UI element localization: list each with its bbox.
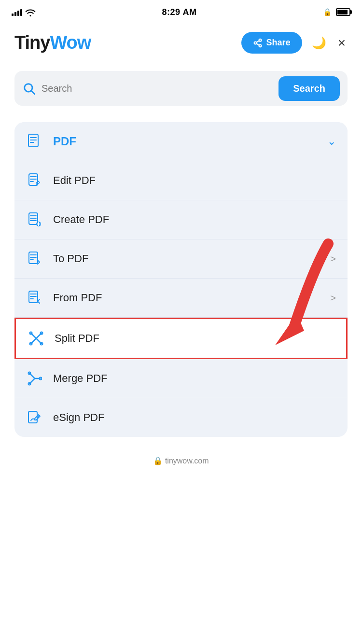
create-pdf-icon [26,211,43,228]
moon-icon: 🌙 [312,36,326,49]
pdf-icon [26,133,43,150]
share-button[interactable]: Share [241,32,302,54]
from-pdf-chevron-icon: > [330,293,336,304]
from-pdf-icon [26,289,43,307]
header-actions: Share 🌙 × [241,32,348,54]
edit-pdf-icon [26,172,43,189]
split-pdf-icon [28,330,45,347]
status-bar: 8:29 AM 🔒 [0,0,362,24]
to-pdf-icon [26,250,43,267]
menu-item-create-pdf[interactable]: Create PDF [14,200,348,239]
search-button[interactable]: Search [278,76,340,101]
to-pdf-chevron-icon: > [330,253,336,265]
signal-icon [12,8,22,16]
svg-rect-15 [29,213,38,224]
dark-mode-button[interactable]: 🌙 [310,34,328,52]
menu-card: PDF ⌄ Edit PDF [14,122,348,437]
search-input[interactable] [42,83,273,94]
esign-pdf-icon [26,409,43,426]
logo-wow: Wow [50,32,91,53]
svg-line-3 [256,43,259,45]
pdf-label: PDF [53,135,327,148]
esign-pdf-label: eSign PDF [53,411,336,424]
menu-item-edit-pdf[interactable]: Edit PDF [14,161,348,200]
status-time: 8:29 AM [162,7,197,17]
menu-item-merge-pdf[interactable]: Merge PDF [14,359,348,398]
menu-item-to-pdf[interactable]: To PDF > [14,239,348,279]
lock-status-icon: 🔒 [323,8,332,16]
logo: TinyWow [14,32,91,53]
wifi-icon [25,7,36,17]
search-button-label: Search [293,83,325,94]
merge-pdf-label: Merge PDF [53,372,336,385]
svg-rect-26 [29,291,38,303]
close-button[interactable]: × [336,34,348,52]
search-icon [22,82,36,95]
from-pdf-label: From PDF [53,292,326,304]
footer: 🔒 tinywow.com [0,448,362,473]
status-bar-left [12,7,36,17]
menu-item-esign-pdf[interactable]: eSign PDF [14,398,348,437]
footer-url: tinywow.com [165,457,209,465]
header: TinyWow Share 🌙 × [0,24,362,61]
close-icon: × [338,35,346,50]
logo-tiny: Tiny [14,32,50,53]
search-section: Search [0,61,362,111]
share-label: Share [266,38,291,48]
svg-rect-22 [29,252,38,264]
battery-icon [336,8,350,16]
chevron-down-icon: ⌄ [327,135,336,148]
menu-item-pdf[interactable]: PDF ⌄ [14,122,348,161]
menu-section: PDF ⌄ Edit PDF [0,111,362,448]
merge-pdf-icon [26,370,43,387]
split-pdf-label: Split PDF [55,332,334,345]
status-bar-right: 🔒 [323,8,350,16]
create-pdf-label: Create PDF [53,213,336,226]
share-icon [253,38,263,48]
svg-line-6 [31,91,34,94]
search-container: Search [14,71,348,106]
to-pdf-label: To PDF [53,252,326,265]
footer-lock-icon: 🔒 [153,457,163,465]
edit-pdf-label: Edit PDF [53,174,336,187]
svg-line-4 [256,41,259,42]
menu-item-split-pdf[interactable]: Split PDF [14,318,348,359]
menu-item-from-pdf[interactable]: From PDF > [14,279,348,318]
